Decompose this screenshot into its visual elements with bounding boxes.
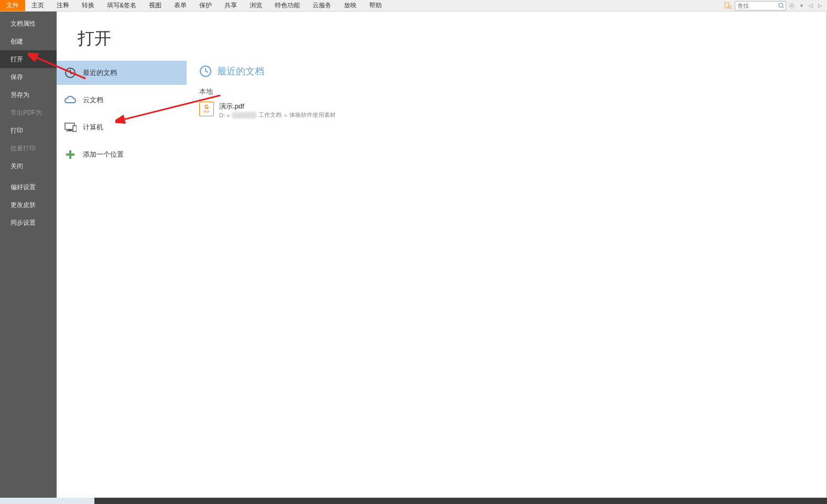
clock-icon xyxy=(64,67,77,79)
recent-title-text: 最近的文档 xyxy=(217,65,264,78)
source-label: 云文档 xyxy=(83,95,103,105)
sidebar-item-skin[interactable]: 更改皮肤 xyxy=(0,196,57,214)
source-label: 最近的文档 xyxy=(83,68,117,78)
menu-tab-fillsign[interactable]: 填写&签名 xyxy=(101,0,143,11)
menu-tab-play[interactable]: 放映 xyxy=(338,0,363,11)
computer-icon xyxy=(64,121,77,134)
page-title: 打开 xyxy=(57,12,826,61)
svg-line-2 xyxy=(731,8,732,9)
dropdown-icon[interactable]: ▾ xyxy=(798,2,805,9)
sidebar-item-exportpdf[interactable]: 导出PDF为 xyxy=(0,104,57,122)
file-sidebar: 文档属性 创建 打开 保存 另存为 导出PDF为 打印 批量打印 关闭 偏好设置… xyxy=(0,12,57,504)
recent-docs-panel: 最近的文档 本地 GPDF 演示.pdf D: » ████ 工作文档 » xyxy=(187,61,826,503)
sidebar-item-preferences[interactable]: 偏好设置 xyxy=(0,178,57,196)
menu-tab-protect[interactable]: 保护 xyxy=(193,0,218,11)
svg-rect-11 xyxy=(68,129,72,130)
svg-rect-0 xyxy=(725,3,729,8)
sidebar-item-print[interactable]: 打印 xyxy=(0,122,57,139)
menu-tab-view[interactable]: 视图 xyxy=(143,0,168,11)
source-cloud[interactable]: 云文档 xyxy=(57,88,187,112)
menu-tab-convert[interactable]: 转换 xyxy=(76,0,101,11)
topbar-right: ▾ ◁ ▷ xyxy=(723,0,827,11)
svg-rect-12 xyxy=(66,130,73,132)
svg-line-4 xyxy=(782,7,784,8)
doc-path: D: » ████ 工作文档 » 体验软件使用素材 xyxy=(219,111,336,119)
menu-tab-cloud[interactable]: 云服务 xyxy=(306,0,338,11)
sidebar-item-open[interactable]: 打开 xyxy=(0,50,57,68)
menu-tab-form[interactable]: 表单 xyxy=(168,0,193,11)
source-computer[interactable]: 计算机 xyxy=(57,115,187,139)
recent-doc-item[interactable]: GPDF 演示.pdf D: » ████ 工作文档 » 体验软件使用素材 xyxy=(199,100,814,121)
menu-tab-annotate[interactable]: 注释 xyxy=(50,0,76,11)
menu-tab-browse[interactable]: 浏览 xyxy=(243,0,268,11)
source-label: 计算机 xyxy=(83,123,103,132)
tab-spacer xyxy=(388,0,723,11)
sidebar-item-sync[interactable]: 同步设置 xyxy=(0,214,57,232)
sidebar-item-save[interactable]: 保存 xyxy=(0,68,57,86)
svg-line-18 xyxy=(206,71,208,72)
sidebar-item-properties[interactable]: 文档属性 xyxy=(0,15,57,32)
sidebar-item-close[interactable]: 关闭 xyxy=(0,157,57,175)
nav-forward-icon[interactable]: ▷ xyxy=(817,2,824,9)
source-recent[interactable]: 最近的文档 xyxy=(57,61,187,85)
menu-tab-features[interactable]: 特色功能 xyxy=(268,0,306,11)
svg-rect-15 xyxy=(66,154,74,156)
doc-info: 演示.pdf D: » ████ 工作文档 » 体验软件使用素材 xyxy=(219,102,336,119)
search-box[interactable] xyxy=(735,1,786,10)
sidebar-item-batchprint[interactable]: 批量打印 xyxy=(0,139,57,157)
doc-name: 演示.pdf xyxy=(219,102,336,111)
redacted-path: ████ xyxy=(232,112,256,118)
pdf-file-icon: GPDF xyxy=(199,102,214,116)
sidebar-item-saveas[interactable]: 另存为 xyxy=(0,86,57,104)
svg-point-6 xyxy=(791,5,793,6)
sidebar-item-create[interactable]: 创建 xyxy=(0,32,57,50)
taskbar xyxy=(0,498,827,504)
cloud-icon xyxy=(64,94,77,106)
search-icon[interactable] xyxy=(777,2,786,10)
top-menu-bar: 文件 主页 注释 转换 填写&签名 视图 表单 保护 共享 浏览 特色功能 云服… xyxy=(0,0,827,12)
main-panel: 打开 最近的文档 云文档 xyxy=(57,12,827,504)
finder-search-icon[interactable] xyxy=(723,2,733,10)
menu-tab-help[interactable]: 帮助 xyxy=(363,0,388,11)
svg-line-9 xyxy=(70,73,72,74)
menu-tab-share[interactable]: 共享 xyxy=(218,0,243,11)
svg-point-5 xyxy=(790,3,794,8)
menu-tab-home[interactable]: 主页 xyxy=(25,0,50,11)
gear-icon[interactable] xyxy=(788,2,796,9)
source-label: 添加一个位置 xyxy=(83,150,124,159)
svg-rect-13 xyxy=(73,126,77,132)
search-input[interactable] xyxy=(735,2,777,10)
menu-tab-file[interactable]: 文件 xyxy=(0,0,25,11)
group-label-local: 本地 xyxy=(199,87,814,100)
source-add-location[interactable]: 添加一个位置 xyxy=(57,143,187,167)
clock-icon xyxy=(199,65,212,78)
taskbar-left xyxy=(0,498,94,504)
nav-back-icon[interactable]: ◁ xyxy=(807,2,814,9)
svg-point-3 xyxy=(779,3,783,7)
recent-title: 最近的文档 xyxy=(199,61,814,87)
plus-icon xyxy=(64,148,77,161)
open-source-list: 最近的文档 云文档 计算机 xyxy=(57,61,187,503)
